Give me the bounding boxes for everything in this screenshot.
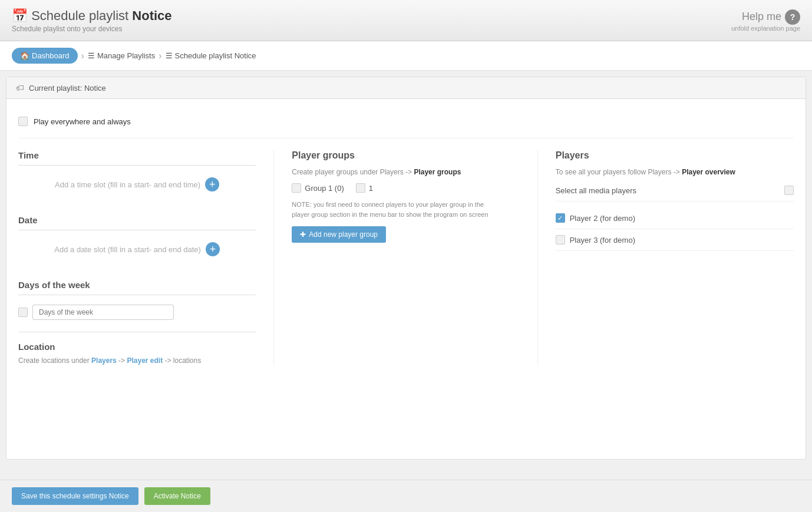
breadcrumb-schedule-notice: ☰ Schedule playlist Notice [166,51,256,60]
col-middle: Player groups Create player groups under… [274,150,537,365]
select-all-row: Select all media players [556,186,794,202]
player1-checkbox[interactable]: ✓ [556,213,565,223]
time-section: Time Add a time slot (fill in a start- a… [18,150,256,203]
group-checkboxes: Group 1 (0) 1 [292,183,519,193]
breadcrumb-sep-1: › [81,51,84,61]
players-title: Players [556,150,794,161]
play-everywhere-label: Play everywhere and always [34,117,131,126]
playlist-bar: 🏷 Current playlist: Notice [6,77,806,99]
add-date-icon[interactable]: + [206,242,220,256]
breadcrumb-manage-playlists[interactable]: ☰ Manage Playlists [88,51,155,60]
add-date-label: Add a date slot (fill in a start- and en… [54,245,201,254]
help-icon[interactable]: ? [785,9,800,25]
col-right: Players To see all your players follow P… [538,150,794,365]
schedule-icon: ☰ [166,51,173,60]
group2-checkbox[interactable] [356,183,365,193]
help-subtitle: unfold explanation page [731,25,800,32]
add-group-label: Add new player group [309,230,378,239]
play-everywhere-checkbox[interactable] [18,117,28,126]
playlist-label: Current playlist: Notice [29,84,106,93]
player1-name: Player 2 (for demo) [570,214,635,223]
activate-button[interactable]: Activate Notice [144,487,210,501]
player-row-1: ✓ Player 2 (for demo) [556,207,794,229]
group1-checkbox[interactable] [292,183,301,193]
page-subtitle: Schedule playlist onto your devices [12,25,172,33]
add-date-slot[interactable]: Add a date slot (fill in a start- and en… [18,242,256,256]
add-time-slot[interactable]: Add a time slot (fill in a start- and en… [18,177,256,191]
days-input[interactable] [32,305,174,320]
days-section: Days of the week [18,280,256,320]
days-row [18,295,256,320]
date-section: Date Add a date slot (fill in a start- a… [18,215,256,268]
days-checkbox[interactable] [18,308,28,317]
date-slot-area: Add a date slot (fill in a start- and en… [18,230,256,268]
col-left: Time Add a time slot (fill in a start- a… [18,150,274,365]
add-player-group-button[interactable]: ✚ Add new player group [292,226,386,243]
location-title: Location [18,342,256,352]
breadcrumb-sep-2: › [159,51,161,61]
calendar-icon: 📅 [12,8,28,23]
group-item-1: Group 1 (0) [292,183,344,193]
group1-label: Group 1 (0) [305,184,344,193]
tag-icon: 🏷 [16,83,24,93]
help-section[interactable]: Help me ? unfold explanation page [731,9,800,32]
page-header: 📅 Schedule playlist Notice Schedule play… [0,0,812,41]
help-title: Help me [742,11,781,23]
group-item-2: 1 [356,183,373,193]
help-button[interactable]: Help me ? [742,9,800,25]
content-area: Play everywhere and always Time Add a ti… [6,99,806,376]
main-content: 🏷 Current playlist: Notice Play everywhe… [6,77,806,460]
days-title: Days of the week [18,280,256,290]
dashboard-icon: 🏠 [20,51,29,60]
list-icon: ☰ [88,51,95,60]
footer-bar: Save this schedule settings Notice Activ… [0,480,812,501]
add-time-label: Add a time slot (fill in a start- and en… [55,180,200,189]
select-all-checkbox[interactable] [784,186,794,195]
location-section: Location Create locations under Players … [18,332,256,365]
player-groups-title: Player groups [292,150,519,161]
player2-name: Player 3 (for demo) [570,236,635,245]
play-everywhere-row: Play everywhere and always [18,111,794,138]
location-desc: Create locations under Players -> Player… [18,356,256,365]
player-row-2: Player 3 (for demo) [556,229,794,251]
players-desc: To see all your players follow Players -… [556,168,794,176]
time-title: Time [18,150,256,160]
save-button[interactable]: Save this schedule settings Notice [12,487,138,501]
three-col-layout: Time Add a time slot (fill in a start- a… [18,150,794,365]
player-groups-desc: Create player groups under Players -> Pl… [292,168,519,176]
player-group-note: NOTE: you first need to connect players … [292,200,519,219]
add-time-icon[interactable]: + [205,177,219,191]
plus-icon: ✚ [300,230,306,239]
page-title: 📅 Schedule playlist Notice [12,8,172,24]
select-all-label: Select all media players [556,186,636,195]
date-title: Date [18,215,256,225]
breadcrumb-dashboard[interactable]: 🏠 Dashboard [12,48,78,64]
header-left: 📅 Schedule playlist Notice Schedule play… [12,8,172,33]
group2-label: 1 [369,184,373,193]
breadcrumb: 🏠 Dashboard › ☰ Manage Playlists › ☰ Sch… [0,41,812,71]
player2-checkbox[interactable] [556,235,565,245]
time-slot-area: Add a time slot (fill in a start- and en… [18,165,256,203]
